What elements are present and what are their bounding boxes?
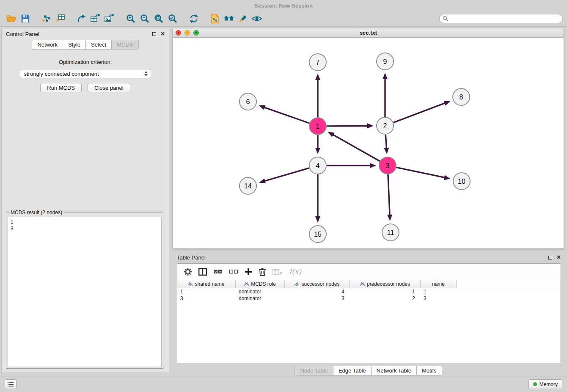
edge-1-2[interactable] xyxy=(327,126,368,126)
add-column-button[interactable] xyxy=(245,268,252,276)
control-panel: Control Panel × Network Style Select MCD… xyxy=(1,28,169,373)
graph-node-15[interactable]: 15 xyxy=(309,226,326,243)
edge-1-6[interactable] xyxy=(264,107,310,123)
window-titlebar[interactable]: Session: New Session xyxy=(0,0,567,11)
close-panel-button[interactable]: Close panel xyxy=(88,83,130,92)
zoom-out-button[interactable] xyxy=(138,12,151,25)
graph-node-8[interactable]: 8 xyxy=(453,88,470,105)
minimize-window-icon[interactable]: – xyxy=(184,30,190,36)
network-view[interactable]: 7968124314101511 xyxy=(173,38,564,248)
edge-arrowhead-2-9 xyxy=(383,73,388,79)
zoom-in-button[interactable] xyxy=(124,12,138,25)
svg-text:2: 2 xyxy=(383,122,387,130)
memory-button[interactable]: Memory xyxy=(528,379,562,389)
edge-arrowhead-3-10 xyxy=(444,175,451,180)
apply-style-button[interactable] xyxy=(236,12,250,25)
edge-4-14[interactable] xyxy=(264,168,309,181)
zoom-fit-button[interactable] xyxy=(151,12,165,25)
export-image-icon xyxy=(104,14,115,24)
column-header-shared-name[interactable]: shared name xyxy=(177,280,236,288)
tab-edge-table[interactable]: Edge Table xyxy=(333,366,372,375)
tab-motifs[interactable]: Motifs xyxy=(416,366,442,375)
cell-name: 3 xyxy=(421,295,457,302)
tab-node-table[interactable]: Node Table xyxy=(295,366,333,375)
control-panel-tabs: Network Style Select MCDS xyxy=(2,40,169,50)
search-input[interactable] xyxy=(439,14,563,23)
graph-node-6[interactable]: 6 xyxy=(239,93,256,110)
export-table-button[interactable] xyxy=(88,12,102,25)
tab-mcds[interactable]: MCDS xyxy=(111,40,138,50)
column-header-predecessor-nodes[interactable]: predecessor nodes xyxy=(350,280,421,288)
edge-3-10[interactable] xyxy=(396,167,445,177)
columns-icon xyxy=(198,268,207,276)
save-floppy-icon xyxy=(21,14,30,23)
graph-node-14[interactable]: 14 xyxy=(239,177,256,194)
delete-table-button[interactable] xyxy=(272,268,283,275)
graph-node-11[interactable]: 11 xyxy=(382,224,399,241)
tab-style[interactable]: Style xyxy=(63,40,86,50)
edge-3-1[interactable] xyxy=(333,135,380,161)
show-columns-button[interactable] xyxy=(198,268,207,276)
copy-current-view-button[interactable] xyxy=(208,12,222,25)
cell-name: 1 xyxy=(421,288,457,295)
table-row[interactable]: 3 dominator 3 2 3 xyxy=(177,295,560,302)
delete-column-button[interactable] xyxy=(259,268,266,276)
save-session-button[interactable] xyxy=(18,12,32,25)
edge-arrowhead-1-6 xyxy=(259,105,266,110)
traffic-lights: × – + xyxy=(176,30,199,36)
tab-select[interactable]: Select xyxy=(85,40,112,50)
maximize-window-icon[interactable]: + xyxy=(193,30,199,36)
import-network-button[interactable] xyxy=(39,12,53,25)
graph-node-4[interactable]: 4 xyxy=(309,157,326,174)
edge-3-11[interactable] xyxy=(388,174,390,215)
edge-2-3[interactable] xyxy=(385,135,386,149)
import-table-button[interactable] xyxy=(53,12,67,25)
deselect-all-button[interactable] xyxy=(229,269,238,275)
zoom-selected-icon xyxy=(168,14,178,24)
sort-hierarchy-icon xyxy=(244,282,249,286)
network-window-titlebar[interactable]: scc.txt × – + xyxy=(173,28,564,38)
float-panel-icon[interactable] xyxy=(152,32,156,36)
home-button[interactable] xyxy=(222,12,236,25)
close-panel-icon[interactable]: × xyxy=(161,30,165,37)
graph-node-9[interactable]: 9 xyxy=(377,53,394,70)
column-header-successor-nodes[interactable]: successor nodes xyxy=(285,280,350,288)
graph-node-1[interactable]: 1 xyxy=(309,118,326,135)
cell-successor-nodes: 4 xyxy=(285,288,350,295)
column-header-name[interactable]: name xyxy=(421,280,457,288)
graph-node-3[interactable]: 3 xyxy=(379,157,396,174)
export-network-button[interactable] xyxy=(74,12,88,25)
tab-network-table[interactable]: Network Table xyxy=(371,366,417,375)
graph-node-2[interactable]: 2 xyxy=(377,117,394,134)
zoom-selected-button[interactable] xyxy=(165,12,179,25)
show-task-history-button[interactable] xyxy=(5,379,17,389)
application-window: Session: New Session xyxy=(0,0,567,392)
edge-2-8[interactable] xyxy=(394,103,446,123)
table-row[interactable]: 1 dominator 4 1 1 xyxy=(177,288,560,295)
edge-arrowhead-4-14 xyxy=(259,179,266,184)
show-graphics-details-button[interactable] xyxy=(250,12,264,25)
table-settings-button[interactable] xyxy=(184,268,192,276)
home-icon xyxy=(223,14,235,23)
tab-network[interactable]: Network xyxy=(32,40,63,50)
float-table-panel-icon[interactable] xyxy=(548,256,552,259)
mcds-result-list[interactable]: 1 3 xyxy=(8,217,162,367)
edge-arrowhead-1-7 xyxy=(315,74,320,80)
edge-arrowhead-3-1 xyxy=(328,132,335,137)
column-header-mcds-role[interactable]: MCDS role xyxy=(236,280,285,288)
criterion-select[interactable]: strongly connected component xyxy=(20,69,151,78)
graph-node-7[interactable]: 7 xyxy=(309,54,326,71)
refresh-view-button[interactable] xyxy=(187,12,201,25)
search-icon xyxy=(443,16,449,22)
function-builder-button[interactable]: f(x) xyxy=(289,268,301,276)
export-image-button[interactable] xyxy=(102,12,116,25)
zoom-in-icon xyxy=(126,14,136,24)
open-session-button[interactable] xyxy=(4,12,18,25)
close-table-panel-icon[interactable]: × xyxy=(557,254,561,261)
select-all-button[interactable] xyxy=(213,269,223,275)
run-mcds-button[interactable]: Run MCDS xyxy=(40,83,82,92)
control-panel-title: Control Panel xyxy=(6,31,39,37)
network-canvas[interactable]: 7968124314101511 xyxy=(173,38,563,248)
graph-node-10[interactable]: 10 xyxy=(453,173,470,190)
close-window-icon[interactable]: × xyxy=(176,30,181,36)
